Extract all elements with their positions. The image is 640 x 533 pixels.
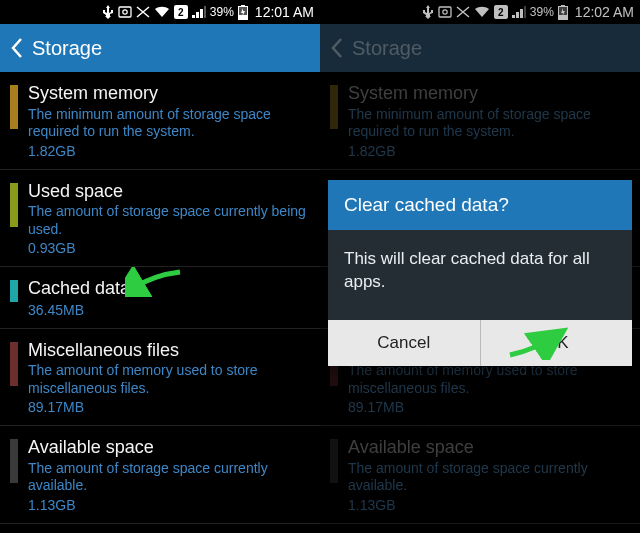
no-signal-icon (136, 6, 150, 18)
color-indicator (10, 342, 18, 386)
item-value: 0.93GB (28, 240, 306, 256)
sim-badge: 2 (174, 5, 188, 19)
sim-badge: 2 (494, 5, 508, 19)
dialog-title: Clear cached data? (328, 180, 632, 230)
svg-point-1 (123, 10, 127, 14)
header-title: Storage (32, 37, 102, 60)
item-title: Cached data (28, 277, 306, 300)
color-indicator (10, 439, 18, 483)
battery-icon (238, 5, 248, 20)
item-description: The amount of memory used to store misce… (348, 362, 626, 397)
item-description: The amount of memory used to store misce… (28, 362, 306, 397)
storage-item[interactable]: Cached data36.45MB (0, 267, 320, 329)
storage-item: Available spaceThe amount of storage spa… (320, 426, 640, 524)
item-value: 1.82GB (348, 143, 626, 159)
color-indicator (10, 183, 18, 227)
battery-percent: 39% (210, 5, 234, 19)
status-bar: 2 39% 12:02 AM (320, 0, 640, 24)
phone-left: 2 39% 12:01 AM Storage System memoryThe … (0, 0, 320, 533)
header-title: Storage (352, 37, 422, 60)
svg-rect-5 (439, 7, 451, 17)
back-icon (330, 37, 344, 59)
item-description: The amount of storage space currently be… (28, 203, 306, 238)
clock: 12:02 AM (575, 4, 634, 20)
item-title: Available space (28, 436, 306, 459)
cancel-button[interactable]: Cancel (328, 320, 480, 366)
item-value: 36.45MB (28, 302, 306, 318)
storage-item: System memoryThe minimum amount of stora… (320, 72, 640, 170)
wifi-icon (474, 6, 490, 18)
item-value: 89.17MB (348, 399, 626, 415)
clear-cache-dialog: Clear cached data? This will clear cache… (328, 180, 632, 366)
item-title: Miscellaneous files (28, 339, 306, 362)
signal-icon (512, 6, 526, 18)
screenshot-icon (118, 5, 132, 19)
dialog-buttons: Cancel OK (328, 320, 632, 366)
color-indicator (330, 85, 338, 129)
storage-item[interactable]: Miscellaneous filesThe amount of memory … (0, 329, 320, 427)
item-title: Available space (348, 436, 626, 459)
item-description: The amount of storage space currently av… (28, 460, 306, 495)
phone-right: 2 39% 12:02 AM Storage System memoryThe … (320, 0, 640, 533)
color-indicator (330, 439, 338, 483)
color-indicator (10, 280, 18, 302)
svg-point-6 (443, 10, 447, 14)
storage-item[interactable]: Available spaceThe amount of storage spa… (0, 426, 320, 524)
item-title: System memory (28, 82, 306, 105)
item-description: The minimum amount of storage space requ… (28, 106, 306, 141)
back-icon[interactable] (10, 37, 24, 59)
item-title: System memory (348, 82, 626, 105)
battery-percent: 39% (530, 5, 554, 19)
storage-item[interactable]: System memoryThe minimum amount of stora… (0, 72, 320, 170)
storage-item[interactable]: Used spaceThe amount of storage space cu… (0, 170, 320, 268)
status-icons: 2 39% 12:01 AM (102, 4, 314, 20)
status-icons: 2 39% 12:02 AM (422, 4, 634, 20)
signal-icon (192, 6, 206, 18)
usb-icon (102, 5, 114, 19)
svg-rect-0 (119, 7, 131, 17)
item-value: 1.13GB (348, 497, 626, 513)
header: Storage (320, 24, 640, 72)
ok-button[interactable]: OK (480, 320, 633, 366)
status-bar: 2 39% 12:01 AM (0, 0, 320, 24)
item-title: Used space (28, 180, 306, 203)
header: Storage (0, 24, 320, 72)
item-value: 1.82GB (28, 143, 306, 159)
storage-list: System memoryThe minimum amount of stora… (0, 72, 320, 524)
dialog-body: This will clear cached data for all apps… (328, 230, 632, 320)
screenshot-icon (438, 5, 452, 19)
item-description: The minimum amount of storage space requ… (348, 106, 626, 141)
svg-rect-3 (241, 5, 245, 6)
battery-icon (558, 5, 568, 20)
clock: 12:01 AM (255, 4, 314, 20)
usb-icon (422, 5, 434, 19)
no-signal-icon (456, 6, 470, 18)
item-value: 1.13GB (28, 497, 306, 513)
color-indicator (10, 85, 18, 129)
svg-rect-8 (561, 5, 565, 6)
item-description: The amount of storage space currently av… (348, 460, 626, 495)
wifi-icon (154, 6, 170, 18)
item-value: 89.17MB (28, 399, 306, 415)
